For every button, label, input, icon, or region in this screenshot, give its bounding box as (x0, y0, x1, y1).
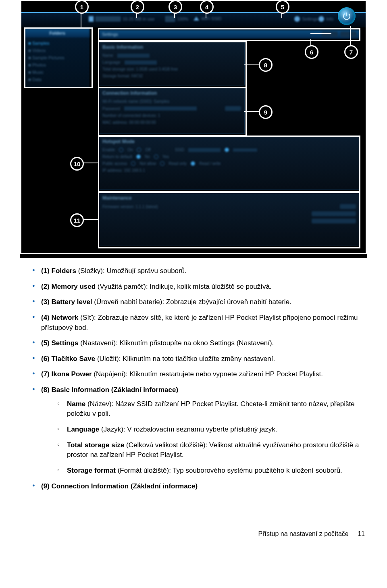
update-button[interactable] (340, 204, 356, 209)
wifi-icon (194, 17, 199, 21)
info-link[interactable]: Info (318, 16, 333, 22)
callout-6: 6 (305, 45, 318, 59)
radio[interactable] (119, 148, 123, 152)
sub-item: Total storage size (Celková velikost úlo… (57, 440, 367, 460)
callout-2: 2 (131, 0, 144, 14)
page-footer: Přístup na nastavení z počítače 11 (20, 498, 367, 538)
callout-1: 1 (75, 0, 89, 14)
radio[interactable] (131, 161, 135, 166)
callout-8: 8 (259, 58, 273, 72)
sidebar-item[interactable]: ■ Samples (28, 40, 86, 47)
storage-icon (89, 16, 94, 22)
list-item: (8) Basic Information (Základní informac… (32, 385, 367, 475)
radio[interactable] (154, 154, 158, 159)
radio[interactable] (225, 148, 229, 152)
callout-11: 11 (70, 213, 84, 227)
list-item: (2) Memory used (Využitá paměť): Indikuj… (32, 282, 367, 292)
page-number: 11 (358, 530, 365, 537)
maintenance-box: Maintenance Firmware version: 1.1.1 (lat… (99, 193, 360, 246)
info-icon (318, 16, 324, 22)
show-password-button[interactable] (225, 106, 241, 111)
reset-button[interactable] (312, 211, 356, 216)
sub-item: Language (Jazyk): V rozbalovacím seznamu… (57, 425, 367, 435)
save-button[interactable] (322, 31, 338, 37)
battery-icon (165, 16, 175, 22)
storage-indicator: 10.25 MB in use (89, 16, 155, 22)
password-input[interactable] (124, 106, 197, 111)
settings-panel-header: Settings (99, 30, 360, 39)
radio[interactable] (136, 154, 141, 159)
sidebar-item[interactable]: ■ Data (28, 76, 86, 83)
sidebar-item[interactable]: ■ Sample Pictures (28, 54, 86, 61)
sidebar-item[interactable]: ■ Music (28, 69, 86, 76)
callout-7: 7 (344, 45, 358, 59)
list-item: (7) Ikona Power (Napájení): Kliknutím re… (32, 369, 367, 379)
callout-5: 5 (276, 0, 289, 14)
list-item: (5) Settings (Nastavení): Kliknutím přis… (32, 338, 367, 348)
wifi-indicator: WiFi SSID (194, 16, 222, 21)
sub-item: Storage format (Formát úložiště): Typ so… (57, 466, 367, 476)
hotspot-mode-box: Hotspot Mode EnableOnOffSSID Return to d… (99, 136, 360, 190)
sub-item: Name (Název): Název SSID zařízení HP Poc… (57, 399, 367, 419)
radio[interactable] (191, 161, 195, 166)
footer-label: Přístup na nastavení z počítače (258, 530, 349, 537)
callout-9: 9 (259, 105, 273, 119)
connection-information-box: Connection Information Wi-Fi network nam… (99, 88, 245, 134)
format-button[interactable] (312, 219, 356, 223)
gear-icon (294, 16, 300, 22)
cancel-button[interactable] (340, 31, 356, 37)
callout-4: 4 (200, 0, 214, 14)
folders-header: Folders (25, 29, 89, 38)
description-list: (1) Folders (Složky): Umožňují správu so… (20, 266, 367, 491)
top-bar: 10.25 MB in use 100% WiFi SSID Settings … (20, 12, 367, 27)
callout-3: 3 (169, 0, 182, 14)
basic-information-box: Basic Information Name Language Total st… (99, 42, 245, 85)
list-item: (4) Network (Síť): Zobrazuje název sítě,… (32, 313, 367, 333)
list-item: (9) Connection Information (Základní inf… (32, 482, 367, 492)
power-icon (342, 11, 352, 21)
list-item: (6) Tlačítko Save (Uložit): Kliknutím na… (32, 354, 367, 364)
sub-list: Name (Název): Název SSID zařízení HP Poc… (41, 395, 367, 476)
radio[interactable] (160, 161, 164, 166)
power-button[interactable] (338, 7, 356, 25)
sidebar-item[interactable]: ■ Videos (28, 47, 86, 54)
list-item: (3) Battery level (Úroveň nabití baterie… (32, 297, 367, 307)
folders-sidebar: Folders ■ Samples ■ Videos ■ Sample Pict… (25, 28, 89, 87)
sidebar-item[interactable]: ■ Photos (28, 61, 86, 69)
language-select[interactable] (125, 60, 157, 65)
list-item: (1) Folders (Složky): Umožňují správu so… (32, 266, 367, 276)
settings-screenshot: 10.25 MB in use 100% WiFi SSID Settings … (20, 0, 367, 258)
radio[interactable] (137, 148, 141, 152)
battery-indicator: 100% (165, 16, 188, 22)
callout-10: 10 (70, 157, 84, 171)
name-input[interactable] (117, 54, 150, 58)
settings-link[interactable]: Settings (294, 16, 318, 22)
